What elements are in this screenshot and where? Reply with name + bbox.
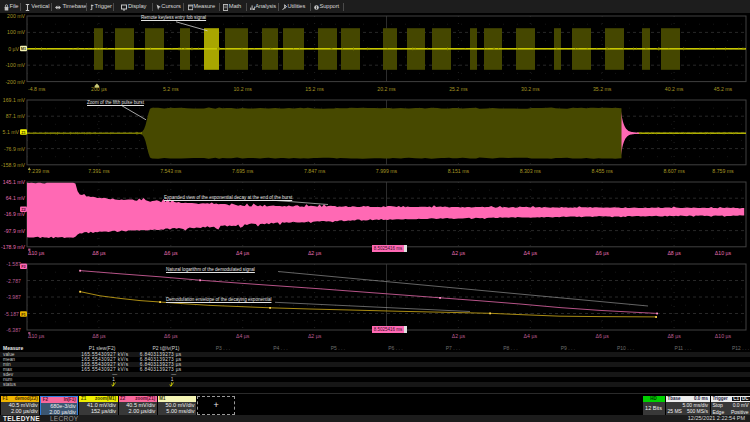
- svg-text:F1: F1: [21, 312, 26, 317]
- svg-text:F2: F2: [21, 264, 26, 269]
- svg-text:M1: M1: [21, 46, 27, 51]
- svg-text:Z1: Z1: [21, 130, 26, 135]
